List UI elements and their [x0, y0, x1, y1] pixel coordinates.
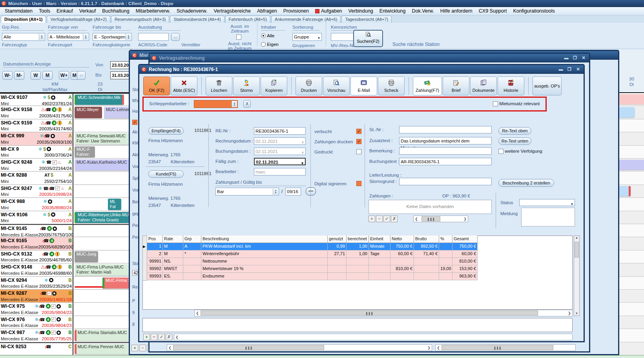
table-cell[interactable]: 99993: [147, 273, 163, 280]
inhaber-radio-eigen[interactable]: Eigen: [261, 42, 279, 47]
menu-item-buchhaltung[interactable]: Buchhaltung: [99, 8, 133, 14]
table-cell[interactable]: [369, 273, 390, 280]
re-text-oben-button[interactable]: Re-Text oben: [498, 127, 531, 135]
reservation-bar[interactable]: MUC-Firma Sto: [102, 278, 129, 289]
column-header[interactable]: %: [439, 236, 452, 243]
table-cell[interactable]: 0,99: [328, 243, 347, 250]
table-cell[interactable]: 71,40 €: [414, 250, 439, 258]
vehicle-row[interactable]: WI-CX 975❄☎D4✓BMercedes E-Klasse20035/98…: [0, 303, 130, 316]
spinner-icon[interactable]: ▲▼: [232, 101, 237, 107]
spinner-icon[interactable]: ▲▼: [83, 34, 88, 40]
reservation-bar[interactable]: MUC-Firma Penner-MUC: [75, 344, 130, 354]
vehicle-row[interactable]: WI-CX 988❄AMini20035/8980/24MLFal: [0, 198, 130, 211]
scroll-left-icon[interactable]: ❮: [414, 217, 419, 221]
menu-item-einkauf[interactable]: Einkauf: [53, 8, 76, 14]
close-button[interactable]: ✕: [580, 55, 587, 60]
vehicle-row[interactable]: SHG-CX 9247❄☎☎D✓♨AMini20035/10998/24: [0, 185, 130, 198]
v-scrollbar[interactable]: ▲ ▼: [574, 236, 580, 316]
column-header[interactable]: Brutto: [414, 236, 439, 243]
vehicle-row[interactable]: MI-CX 9165☎D4BMercedes E-Klasse20035/682…: [0, 237, 130, 250]
maximize-button[interactable]: ❐: [572, 55, 578, 60]
vehicle-row[interactable]: WI-CX 987❄☎D4✓BMercedes E-Klasse20035/77…: [0, 329, 130, 342]
table-cell[interactable]: 1: [147, 243, 163, 250]
reservation-bar[interactable]: MUC-Rittelmeyer,Ulrike-MUCFahrer: Christ…: [75, 212, 130, 223]
scroll-right-icon[interactable]: ❯: [462, 217, 468, 221]
confirm-button[interactable]: ✓: [158, 334, 165, 340]
chevron-down-icon[interactable]: ▼: [301, 139, 305, 146]
drucken-button[interactable]: Drucken: [296, 77, 322, 95]
date-nav-w[interactable]: W: [31, 71, 41, 80]
table-cell[interactable]: 892,50 €: [414, 243, 439, 250]
table-cell[interactable]: [369, 265, 390, 273]
radio-icon[interactable]: [261, 33, 266, 38]
ausgeb-op-s-button[interactable]: ausgeb. OP's: [533, 77, 562, 95]
chevron-down-icon[interactable]: ▼: [301, 160, 304, 167]
add-button[interactable]: +: [131, 345, 138, 351]
reservation-bar[interactable]: [619, 94, 644, 104]
scroll-left-icon[interactable]: ❮: [167, 346, 173, 350]
table-cell[interactable]: 1,00: [347, 250, 369, 258]
tab-6[interactable]: Ankommende Fahrzeuge (Alt+6): [271, 16, 341, 23]
vorschau-button[interactable]: Vorschau: [323, 77, 350, 95]
column-header[interactable]: genutzt: [328, 236, 347, 243]
menu-item-aufgaben[interactable]: Aufgaben: [312, 8, 345, 14]
storno-button[interactable]: Storno: [233, 77, 260, 95]
scroll-right-icon[interactable]: ❯: [567, 311, 572, 315]
reservation-bar[interactable]: MUC-Firma LiPuma-MUCFahrer: Martin Haß: [75, 264, 130, 275]
date-nav-wminus[interactable]: W-: [2, 71, 13, 80]
fahrzeuge-bis-select[interactable]: E - Sportwagen▲▼: [93, 33, 132, 41]
table-cell[interactable]: 99991: [147, 258, 163, 265]
zusatztext-input[interactable]: Das Leistungsdatum entspricht dem Mietze…: [399, 137, 492, 144]
beschreibung-2-button[interactable]: Beschreibung 2 erstellen: [498, 179, 554, 187]
column-header[interactable]: Rate: [163, 236, 183, 243]
table-cell[interactable]: 60,00 €: [390, 250, 414, 258]
table-cell[interactable]: Tage: [369, 250, 390, 258]
table-cell[interactable]: [347, 258, 369, 265]
scrollbar-thumb[interactable]: ❚❚❚: [201, 311, 538, 316]
chevron-down-icon[interactable]: ▼: [301, 149, 305, 156]
buchungsdatum-input[interactable]: 02.11.2021▼: [254, 148, 306, 155]
bearbeiter-input[interactable]: marc: [254, 168, 306, 175]
weitere-verfolgung-checkbox[interactable]: weitere Verfolgung: [498, 148, 542, 154]
scroll-right-icon[interactable]: ❯: [426, 346, 432, 350]
ausstattung-more-button[interactable]: ...: [171, 33, 180, 41]
table-cell[interactable]: [439, 258, 452, 265]
table-cell[interactable]: 60,00 €: [452, 250, 478, 258]
rechnungsdatum-input[interactable]: 02.11.2021▼: [254, 137, 306, 145]
chevron-down-icon[interactable]: ▼: [570, 201, 574, 208]
tab-2[interactable]: Verfügbarkeitsabfrage (Alt+2): [47, 16, 110, 23]
table-cell[interactable]: 27,71: [328, 250, 347, 258]
table-cell[interactable]: A: [183, 243, 201, 250]
table-cell[interactable]: PKW-Monatstarif incl. km: [201, 243, 328, 250]
h-scrollbar[interactable]: ❮❚❚❚: [435, 344, 576, 351]
column-header[interactable]: Netto: [390, 236, 414, 243]
table-cell[interactable]: 1,00: [347, 243, 369, 250]
table-cell[interactable]: [183, 273, 201, 280]
f-llig-zum-input[interactable]: 02.11.2021▼: [254, 158, 306, 165]
sortierung-select[interactable]: Gruppe▼: [292, 33, 322, 41]
vehicle-row[interactable]: SHG-CX 9158⚠☎D4AMini20035/43175/60MUC-Me…: [0, 106, 130, 119]
table-cell[interactable]: M: [163, 250, 183, 258]
table-cell[interactable]: [328, 258, 347, 265]
table-cell[interactable]: *: [183, 250, 201, 258]
suchen-button[interactable]: Suchen(F2): [353, 30, 383, 47]
table-cell[interactable]: Monate: [369, 243, 390, 250]
cancel-button[interactable]: ✗: [391, 216, 398, 222]
schleppmitarbeiter-select[interactable]: ▲▼: [194, 100, 238, 108]
checked-checkbox-icon[interactable]: ✓: [132, 120, 137, 125]
table-cell[interactable]: [390, 273, 414, 280]
remove-button[interactable]: −: [151, 334, 157, 340]
minus-button[interactable]: —: [306, 187, 316, 195]
date-nav-mminus[interactable]: M-: [14, 71, 24, 80]
column-header[interactable]: Grp: [183, 236, 201, 243]
table-cell[interactable]: [328, 265, 347, 273]
vehicle-row[interactable]: WI-CX 9106❄$AMini5000/1/24MUC-Rittelmeye…: [0, 211, 130, 224]
kunde-button[interactable]: Kunde(F5): [148, 170, 184, 178]
table-cell[interactable]: 963,90 €: [452, 273, 478, 280]
column-header[interactable]: berechnet: [347, 236, 369, 243]
column-header[interactable]: Gesamt: [452, 236, 478, 243]
tab-7[interactable]: Tagesübersicht (Alt+7): [341, 16, 392, 23]
vehicle-row[interactable]: MI-CX 9❄$AMini3000/3706/24MUC-FFahrer:: [0, 146, 130, 159]
vehicle-row[interactable]: MI-CX 999❄☎DAMini20035/26093/100MUC-Firm…: [0, 132, 130, 145]
table-cell[interactable]: [328, 273, 347, 280]
